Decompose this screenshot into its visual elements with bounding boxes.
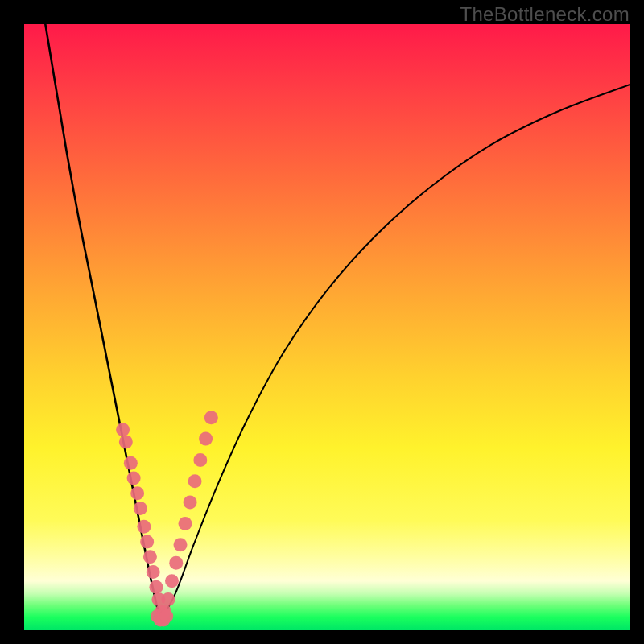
curve-right-curve — [160, 85, 630, 621]
scatter-point — [140, 535, 154, 548]
scatter-point — [193, 453, 207, 467]
scatter-point — [199, 432, 213, 446]
scatter-point — [165, 574, 179, 588]
scatter-point — [130, 486, 144, 500]
scatter-point — [124, 456, 138, 470]
scatter-point — [137, 520, 151, 534]
curve-lines — [45, 24, 630, 621]
scatter-point — [188, 474, 202, 488]
scatter-points — [116, 411, 218, 626]
scatter-point — [119, 435, 133, 448]
scatter-point — [149, 580, 163, 594]
watermark-text: TheBottleneck.com — [460, 3, 630, 26]
scatter-point — [147, 565, 160, 579]
outer-frame: TheBottleneck.com — [0, 0, 644, 644]
scatter-point — [159, 609, 173, 623]
plot-area — [24, 24, 630, 630]
scatter-point — [143, 550, 157, 564]
scatter-point — [204, 411, 218, 424]
scatter-point — [134, 502, 147, 515]
scatter-point — [179, 517, 192, 530]
scatter-point — [174, 538, 188, 551]
scatter-point — [127, 472, 141, 485]
scatter-point — [184, 496, 197, 510]
scatter-point — [169, 556, 183, 570]
scatter-point — [116, 423, 130, 436]
chart-svg — [24, 24, 630, 630]
scatter-point — [161, 592, 175, 606]
